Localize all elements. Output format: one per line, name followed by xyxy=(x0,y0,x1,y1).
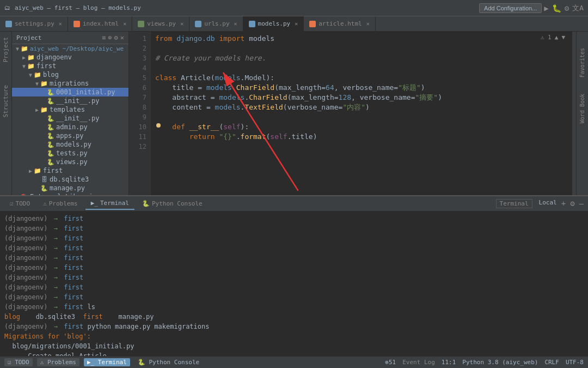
tab-settings-close[interactable]: ✕ xyxy=(59,21,62,27)
debug-icon[interactable]: 🐛 xyxy=(552,4,561,13)
sidebar-item-0001-initial[interactable]: 🐍 0001_initial.py xyxy=(12,88,128,96)
sidebar-tool-2[interactable]: ⊕ xyxy=(108,34,112,41)
bottom-tab-bar: ☑ TODO ⚠ Problems ▶_ Terminal 🐍 Python C… xyxy=(0,196,588,212)
tab-settings[interactable]: settings.py ✕ xyxy=(0,16,68,31)
tab-python-console[interactable]: 🐍 Python Console xyxy=(137,198,208,209)
editor-area: 1 2 3 4 5 6 7 8 9 10 11 12 from django.d… xyxy=(129,32,576,195)
add-configuration-button[interactable]: Add Configuration... xyxy=(479,3,542,13)
sidebar-item-templates[interactable]: ▶ 📁 templates xyxy=(12,105,128,114)
event-log-label[interactable]: Event Log xyxy=(402,359,435,366)
blog-arrow: ▼ xyxy=(27,72,34,78)
sidebar-item-models[interactable]: 🐍 models.py xyxy=(12,140,128,149)
code-editor[interactable]: from django.db import models # Create yo… xyxy=(151,32,572,195)
models-label: models.py xyxy=(56,141,91,148)
admin-label: admin.py xyxy=(56,123,88,131)
tab-article[interactable]: article.html ✕ xyxy=(304,16,376,31)
line-endings-label[interactable]: CRLF xyxy=(544,359,559,366)
problems-label: Problems xyxy=(49,200,78,207)
sidebar-item-first[interactable]: ▼ 📁 first xyxy=(12,62,128,70)
window-title-area: 🗂 aiyc_web – first – blog – models.py xyxy=(4,4,141,11)
editor-tab-bar: settings.py ✕ index.html ✕ views.py ✕ ur… xyxy=(0,16,588,32)
init-migrations-label: __init__.py xyxy=(56,97,99,105)
window-title: aiyc_web – first – blog – models.py xyxy=(15,4,141,11)
sidebar-item-views[interactable]: 🐍 views.py xyxy=(12,158,128,166)
status-terminal-btn[interactable]: ▶_ Terminal xyxy=(84,358,130,366)
structure-panel-label[interactable]: Structure xyxy=(2,85,9,118)
sidebar-item-apps[interactable]: 🐍 apps.py xyxy=(12,131,128,140)
code-line-4 xyxy=(155,63,567,73)
migrations-arrow: ▼ xyxy=(34,81,40,87)
tab-urls-close[interactable]: ✕ xyxy=(234,21,237,27)
sidebar-item-init-migrations[interactable]: 🐍 __init__.py xyxy=(12,96,128,105)
expand-icon[interactable]: ▼ xyxy=(561,34,565,41)
sidebar-tool-4[interactable]: ✕ xyxy=(120,34,124,41)
sidebar-item-first2[interactable]: ▶ 📁 first xyxy=(12,166,128,175)
djangoenv-label: djangoenv xyxy=(36,53,72,61)
terminal-line-9: (djangoenv) → first xyxy=(4,292,584,302)
sidebar-item-admin[interactable]: 🐍 admin.py xyxy=(12,123,128,131)
tab-index-close[interactable]: ✕ xyxy=(123,21,126,27)
terminal-line-2: (djangoenv) → first xyxy=(4,224,584,233)
sidebar-title: Project xyxy=(16,34,41,41)
editor-content[interactable]: 1 2 3 4 5 6 7 8 9 10 11 12 from django.d… xyxy=(129,32,576,195)
sidebar-item-tests[interactable]: 🐍 tests.py xyxy=(12,149,128,158)
tab-article-close[interactable]: ✕ xyxy=(366,21,370,27)
init-blog-label: __init__.py xyxy=(56,114,99,122)
blog-label: blog xyxy=(43,71,59,79)
project-panel-label[interactable]: Project xyxy=(2,37,9,62)
tab-views[interactable]: views.py ✕ xyxy=(132,16,189,31)
translate-icon[interactable]: 文A xyxy=(572,3,584,13)
sidebar-item-root[interactable]: ▼ 📁 aiyc_web ~/Desktop/aiyc_we xyxy=(12,44,128,53)
tests-label: tests.py xyxy=(56,149,88,157)
terminal-line-ls-output: blog db.sqlite3 first manage.py xyxy=(4,312,584,322)
tab-todo[interactable]: ☑ TODO xyxy=(4,198,35,209)
sidebar-tool-3[interactable]: ⚙ xyxy=(114,34,118,41)
tab-index-html[interactable]: index.html ✕ xyxy=(68,16,132,31)
first-folder-icon: 📁 xyxy=(27,62,35,70)
tab-models[interactable]: models.py ✕ xyxy=(243,16,304,31)
tab-terminal[interactable]: ▶_ Terminal xyxy=(85,197,134,210)
editor-scrollbar[interactable] xyxy=(572,32,576,195)
status-todo-btn[interactable]: ☑ TODO xyxy=(4,358,33,366)
terminal-line-create-model: - Create model Article xyxy=(4,351,584,356)
root-label: aiyc_web ~/Desktop/aiyc_we xyxy=(30,45,124,52)
urls-file-icon xyxy=(195,21,201,27)
sidebar-item-djangoenv[interactable]: ▶ 📁 djangoenv xyxy=(12,53,128,62)
position-label: 11:1 xyxy=(442,359,456,366)
tab-urls[interactable]: urls.py ✕ xyxy=(189,16,243,31)
status-problems-btn[interactable]: ⚠ Problems xyxy=(37,358,79,366)
tab-problems[interactable]: ⚠ Problems xyxy=(38,198,83,209)
python-version-label[interactable]: Python 3.8 (aiyc_web) xyxy=(462,359,538,366)
favorites-label[interactable]: Favorites xyxy=(579,48,585,77)
terminal-icon: ▶_ xyxy=(91,200,98,207)
code-line-2 xyxy=(155,44,567,53)
sidebar-item-init-blog[interactable]: 🐍 __init__.py xyxy=(12,114,128,123)
sidebar-tool-1[interactable]: ≡ xyxy=(102,34,106,41)
first2-folder-icon: 📁 xyxy=(34,167,41,174)
tab-models-close[interactable]: ✕ xyxy=(295,21,298,27)
encoding-label[interactable]: UTF-8 xyxy=(566,359,584,366)
terminal-body[interactable]: (djangoenv) → first (djangoenv) → first … xyxy=(0,212,588,356)
warning-count: ⚠ 1 xyxy=(541,34,552,41)
terminal-close-icon[interactable]: — xyxy=(579,199,584,208)
code-line-12 xyxy=(155,142,567,152)
sidebar-item-manage[interactable]: 🐍 manage.py xyxy=(12,184,128,192)
right-panel: Favorites Word Book xyxy=(576,32,588,195)
status-python-btn[interactable]: 🐍 Python Console xyxy=(134,358,203,366)
run-icon[interactable]: ▶ xyxy=(544,4,548,13)
sidebar-item-db[interactable]: 🗄 db.sqlite3 xyxy=(12,175,128,184)
tab-article-label: article.html xyxy=(318,20,362,27)
line-numbers: 1 2 3 4 5 6 7 8 9 10 11 12 xyxy=(129,32,151,195)
word-book-label[interactable]: Word Book xyxy=(579,94,585,123)
terminal-add-btn[interactable]: + xyxy=(561,199,566,208)
tests-icon: 🐍 xyxy=(47,149,54,157)
tab-views-close[interactable]: ✕ xyxy=(180,21,183,27)
collapse-icon[interactable]: ▲ xyxy=(555,34,559,41)
sidebar-item-migrations[interactable]: ▼ 📁 migrations xyxy=(12,79,128,88)
terminal-line-6: (djangoenv) → first xyxy=(4,263,584,273)
code-line-11: return "{}".format(self.title) xyxy=(155,132,567,142)
sidebar-item-blog[interactable]: ▼ 📁 blog xyxy=(12,70,128,79)
terminal-settings-icon[interactable]: ⚙ xyxy=(570,199,574,208)
0001-file-icon: 🐍 xyxy=(47,88,54,96)
profile-icon[interactable]: ⚙ xyxy=(565,4,569,13)
